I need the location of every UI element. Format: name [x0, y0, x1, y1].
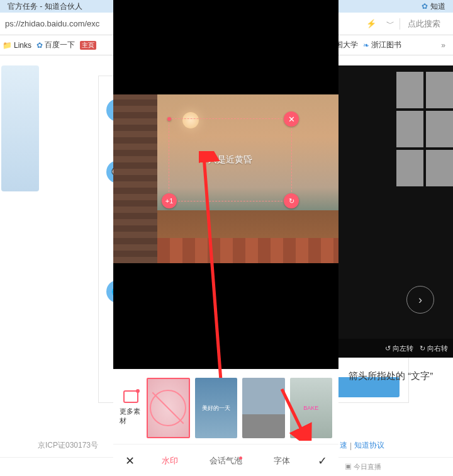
editor-toolbar: 更多素材 美好的一天 BAKE ✕ 水印 会话气泡 字体 ✓	[113, 369, 338, 476]
rotate-icon: ↻	[289, 197, 294, 205]
delete-handle[interactable]: ✕	[284, 111, 299, 127]
tab-font[interactable]: 字体	[254, 455, 310, 467]
rotate-right-button[interactable]: ↻ 向右转	[420, 344, 448, 353]
editor-tabs: ✕ 水印 会话气泡 字体 ✓	[113, 444, 338, 476]
tab-title: 官方任务 - 知道合伙人	[8, 1, 82, 12]
bookmark-zjlib[interactable]: ❧浙江图书	[363, 40, 401, 50]
tab-watermark[interactable]: 水印	[142, 455, 198, 467]
thumb-cell[interactable]	[396, 111, 423, 147]
photo-track	[157, 238, 338, 263]
rotate-handle[interactable]: ↻	[284, 193, 299, 208]
chevron-right-icon: ›	[418, 293, 422, 307]
thumbnail-grid	[396, 72, 453, 186]
left-panel	[1, 65, 39, 191]
edited-photo[interactable]: 只是近黄昏 ✕ +1 ↻	[113, 94, 338, 263]
cancel-button[interactable]: ✕	[117, 454, 142, 468]
rotate-left-button[interactable]: ↺ 向左转	[385, 344, 413, 353]
paw-icon: ✿	[36, 41, 43, 50]
text-overlay-box[interactable]: 只是近黄昏 ✕ +1 ↻	[169, 118, 292, 201]
confirm-button[interactable]: ✓	[310, 454, 335, 468]
bookmark-home[interactable]: 主页	[80, 41, 96, 50]
template-street[interactable]	[242, 378, 284, 438]
more-label: 更多素材	[120, 407, 142, 426]
bookmark-overflow[interactable]: »	[436, 41, 450, 50]
home-badge: 主页	[80, 41, 96, 50]
thumb-cell[interactable]	[396, 72, 423, 108]
paw-icon: ✿	[422, 2, 428, 11]
tab-bubble[interactable]: 会话气泡	[198, 455, 254, 467]
tab-title: 知道	[430, 1, 445, 12]
leaf-icon: ❧	[363, 41, 369, 50]
overlay-text: 只是近黄昏	[208, 154, 252, 166]
phone-status-bar	[113, 0, 338, 18]
search-button[interactable]: 点此搜索	[400, 18, 448, 30]
step-caption: 箭头所指处的 “文字”	[349, 370, 433, 382]
new-dot-icon	[239, 456, 242, 460]
footer-link-speed[interactable]: 速	[340, 440, 347, 451]
plus-one-label: +1	[165, 197, 174, 205]
check-icon: ✓	[318, 455, 327, 467]
dropdown-icon[interactable]: ﹀	[381, 18, 400, 30]
template-none[interactable]	[147, 378, 190, 438]
thumb-cell[interactable]	[426, 111, 453, 147]
bookmark-baidu[interactable]: ✿百度一下	[36, 40, 75, 50]
more-templates-button[interactable]: 更多素材	[120, 390, 142, 426]
live-button[interactable]: ▣ 今日直播	[345, 462, 381, 472]
photo-wall	[113, 94, 157, 263]
thumb-cell[interactable]	[426, 72, 453, 108]
rotate-toolbar: ↺ 向左转 ↻ 向右转	[338, 339, 453, 358]
crop-handle-tl[interactable]	[167, 117, 171, 121]
template-bike[interactable]: BAKE	[290, 378, 332, 438]
photo-editor-canvas: 只是近黄昏 ✕ +1 ↻	[113, 18, 338, 369]
close-icon: ✕	[125, 455, 135, 467]
icp-text: 京ICP证030173号	[38, 440, 98, 451]
next-image-button[interactable]: ›	[406, 286, 434, 314]
browser-tab-1[interactable]: 官方任务 - 知道合伙人	[3, 1, 87, 12]
plus-handle[interactable]: +1	[162, 193, 177, 208]
bolt-icon[interactable]: ⚡	[361, 19, 381, 28]
bookmark-links[interactable]: 📁Links	[3, 41, 31, 50]
folder-icon: 📁	[3, 41, 12, 50]
browser-tab-2[interactable]: ✿ 知道	[417, 1, 450, 12]
phone-screenshot: 只是近黄昏 ✕ +1 ↻ 更多素材 美好的一天 BAKE	[113, 0, 338, 476]
template-sky[interactable]: 美好的一天	[195, 378, 237, 438]
thumb-cell[interactable]	[396, 150, 423, 186]
close-icon: ✕	[288, 115, 295, 124]
template-thumbs: 更多素材 美好的一天 BAKE	[113, 370, 338, 444]
footer-link-agreement[interactable]: 知道协议	[354, 440, 384, 451]
thumb-cell[interactable]	[426, 150, 453, 186]
image-viewer: › ↺ 向左转 ↻ 向右转	[338, 65, 453, 358]
store-icon	[123, 390, 138, 403]
